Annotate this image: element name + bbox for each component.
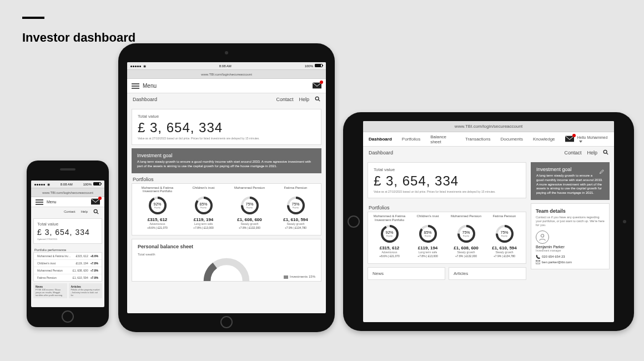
articles-card[interactable]: Articles (449, 267, 526, 280)
portfolio-donut: 85%Equity (418, 224, 438, 244)
portfolio-card[interactable]: Mohammed Pension 75%Equity £1, 608, 600 … (227, 184, 273, 232)
team-blurb: Contact us if you have any questions reg… (536, 215, 605, 227)
investment-goal-panel: Investment goal A long term steady growt… (132, 148, 321, 173)
mail-icon[interactable] (91, 198, 100, 205)
tablet-landscape-screen: www.TBI.com/login/secureaccount Dashboar… (363, 121, 614, 322)
status-time: 8:08 AM (219, 64, 232, 68)
device-tablet-landscape: www.TBI.com/login/secureaccount Dashboar… (343, 112, 634, 331)
portfolio-type: Steady growth (274, 222, 318, 225)
help-link[interactable]: Help (81, 210, 88, 213)
total-value-note: Value as at 27/10/2015 based on bid pric… (374, 190, 520, 193)
menu-label[interactable]: Menu (143, 83, 157, 89)
list-item[interactable]: Mohammed Pension£1, 608, 600+7.8% (34, 267, 102, 274)
help-link[interactable]: Help (587, 150, 597, 156)
portfolio-card[interactable]: Mohammed & Fatima Investment Portfolio 9… (134, 184, 180, 232)
portfolio-card[interactable]: Fatima Pension 75%Equity £1, 610, 594 St… (485, 212, 524, 260)
tab-transactions[interactable]: Transactions (465, 137, 491, 142)
main-columns: Total value £ 3, 654, 334 Value as at 27… (363, 159, 614, 280)
tablet-camera (623, 220, 626, 223)
device-phone: ◉ 8:08 AM 100% www.TBI.com/login/securea… (27, 161, 109, 327)
portfolio-card[interactable]: Mohammed & Fatima Investment Portfolio 9… (370, 212, 409, 260)
portfolio-donut: 92%Equity (380, 224, 400, 244)
tab-dashboard[interactable]: Dashboard (369, 137, 392, 142)
sub-nav: Dashboard Contact Help (363, 147, 614, 159)
phone-screen: ◉ 8:08 AM 100% www.TBI.com/login/securea… (31, 180, 104, 307)
portfolio-donut: 75%Equity (240, 195, 260, 215)
url-bar: www.TBI.com/login/secureaccount (127, 70, 326, 79)
menu-label[interactable]: Menu (47, 200, 57, 204)
home-button[interactable] (348, 215, 360, 228)
portfolio-list: Mohammed & Fatima Inv…£315, 612+8.6% Chi… (33, 252, 102, 282)
list-item[interactable]: Mohammed & Fatima Inv…£315, 612+8.6% (34, 253, 102, 260)
team-email[interactable]: ben.parker@tbi.com (536, 260, 605, 264)
news-card[interactable]: News (368, 267, 445, 280)
main-left: Total value £ 3, 654, 334 Value as at 27… (363, 159, 531, 280)
portfolio-card[interactable]: Mohammed Pension 75%Equity £1, 608, 600 … (447, 212, 485, 260)
portfolio-name: Children's trust (410, 214, 446, 222)
dashboard-heading: Dashboard (133, 97, 157, 102)
total-value-label: Total value (138, 114, 315, 119)
portfolio-card[interactable]: Children's trust 85%Equity £119, 194 Lon… (180, 184, 227, 232)
news-card[interactable]: NewsFTSE 100 movers: Glaxo jumps on resu… (33, 283, 67, 298)
mail-icon[interactable] (565, 136, 574, 143)
portfolio-grid: Mohammed & Fatima Investment Portfolio 9… (368, 212, 526, 264)
team-phone[interactable]: 020 654 654 23 (536, 254, 605, 259)
total-value-panel: Total value £ 3, 654, 334 Value as at 27… (132, 109, 321, 145)
portfolio-value: £119, 194 (410, 245, 446, 250)
user-menu[interactable]: Hello Mohammed (577, 136, 608, 143)
portfolio-donut: 85%Equity (194, 195, 214, 215)
team-name: Benjamin Parker (536, 245, 605, 249)
tab-documents[interactable]: Documents (500, 137, 522, 142)
home-button[interactable] (220, 316, 233, 328)
page-title: Investor dashboard (22, 31, 135, 45)
goal-text: A long term steady growth to ensure a go… (536, 174, 604, 195)
goal-heading: Investment goal (536, 167, 604, 172)
tablet-portrait-screen: ◉ 8:08 AM 100% www.TBI.com/login/securea… (127, 62, 326, 313)
balance-donut (202, 256, 251, 281)
portfolio-card[interactable]: Fatima Pension 75%Equity £1, 610, 594 St… (273, 184, 319, 232)
articles-card[interactable]: ArticlesPitfalls of the property market … (69, 283, 103, 298)
contact-link[interactable]: Contact (276, 97, 293, 102)
status-bar: ◉ 8:08 AM 100% (127, 62, 326, 70)
phone-earpiece (60, 168, 76, 171)
portfolio-change: +7.8% | £13,000 (182, 226, 225, 229)
tab-balance-sheet[interactable]: Balance sheet (430, 134, 455, 144)
portfolio-grid: Mohammed & Fatima Investment Portfolio 9… (132, 183, 321, 235)
home-button[interactable] (62, 310, 74, 323)
hamburger-icon[interactable] (132, 83, 139, 89)
svg-line-5 (319, 100, 320, 102)
list-item[interactable]: Fatima Pension£1, 610, 594+7.9% (34, 274, 102, 281)
help-link[interactable]: Help (299, 97, 309, 102)
search-icon[interactable] (93, 209, 99, 215)
portfolio-change: +7.9% | £134,780 (274, 226, 318, 229)
edit-icon[interactable] (599, 167, 604, 177)
portfolio-change: +7.9% | £134,780 (486, 254, 522, 258)
top-bar: Menu (127, 79, 326, 93)
sub-nav: Dashboard Contact Help (127, 93, 326, 106)
portfolio-type: Long term safe (410, 250, 446, 254)
search-icon[interactable] (603, 149, 608, 156)
team-role: Investment manager (536, 249, 605, 252)
portfolio-change: +8.6% | £21,070 (371, 254, 407, 258)
hamburger-icon[interactable] (36, 199, 43, 205)
contact-link[interactable]: Contact (564, 150, 581, 156)
portfolio-value: £1, 608, 600 (228, 217, 271, 222)
portfolio-donut: 92%Equity (148, 195, 168, 215)
top-bar: Menu (31, 197, 104, 207)
portfolio-card[interactable]: Children's trust 85%Equity £119, 194 Lon… (409, 212, 447, 260)
chevron-down-icon (579, 141, 582, 143)
status-time: 8:08 AM (61, 183, 73, 186)
portfolio-change: +7.8% | £132,000 (448, 254, 484, 258)
total-value-note: Value as at 27/10/2015 based on bid pric… (138, 137, 315, 140)
portfolio-type: Long term safe (182, 222, 225, 225)
tab-knowledge[interactable]: Knowledge (533, 137, 555, 142)
contact-link[interactable]: Contact (64, 210, 76, 213)
tab-portfolios[interactable]: Portfolios (402, 137, 420, 142)
list-item[interactable]: Children's trust£119, 194+7.8% (34, 260, 102, 267)
search-icon[interactable] (315, 96, 320, 103)
mail-icon[interactable] (313, 82, 321, 90)
bottom-cards: News Articles (368, 267, 526, 280)
svg-point-17 (603, 150, 607, 153)
portfolio-value: £1, 610, 594 (274, 217, 318, 222)
signal-icon: ◉ (34, 182, 50, 186)
